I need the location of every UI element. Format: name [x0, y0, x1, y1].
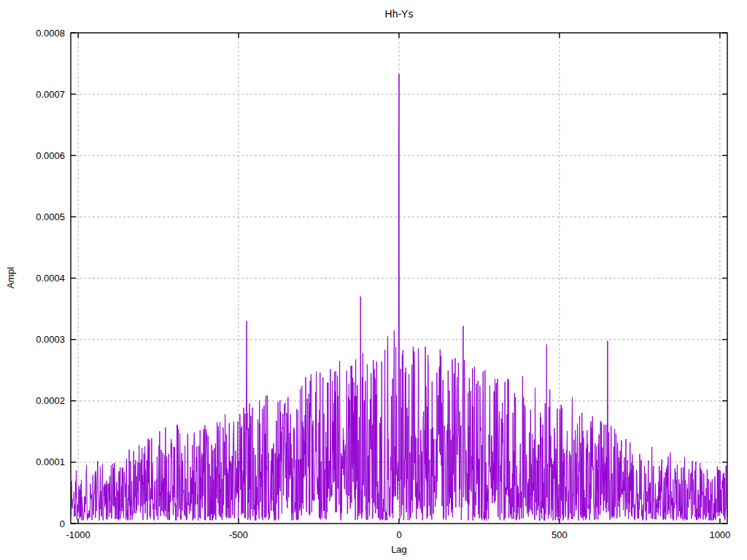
y-tick-label: 0.0001 — [36, 456, 65, 467]
y-tick-label: 0.0003 — [36, 334, 65, 345]
chart-title: Hh-Ys — [385, 8, 414, 20]
y-tick-label: 0.0008 — [36, 28, 65, 39]
y-tick-label: 0.0004 — [36, 273, 65, 284]
correlation-series-line — [71, 74, 727, 520]
x-tick-label: -500 — [229, 529, 248, 540]
y-tick-label: 0.0005 — [36, 211, 65, 222]
chart-figure: -1000-50005001000 00.00010.00020.00030.0… — [0, 0, 747, 560]
x-axis-label: Lag — [391, 544, 407, 555]
x-tick-label: -1000 — [66, 529, 90, 540]
y-tick-label: 0.0006 — [36, 150, 65, 161]
correlation-chart: -1000-50005001000 00.00010.00020.00030.0… — [0, 0, 747, 560]
y-tick-label: 0.0002 — [36, 395, 65, 406]
data-series — [71, 74, 727, 520]
y-tick-label: 0.0007 — [36, 89, 65, 100]
x-tick-label: 500 — [551, 529, 568, 540]
x-tick-labels: -1000-50005001000 — [66, 529, 730, 540]
x-tick-label: 1000 — [709, 529, 730, 540]
y-tick-labels: 00.00010.00020.00030.00040.00050.00060.0… — [36, 28, 65, 529]
y-tick-label: 0 — [60, 518, 65, 529]
x-tick-label: 0 — [396, 529, 401, 540]
y-axis-label: Ampl — [5, 267, 16, 289]
